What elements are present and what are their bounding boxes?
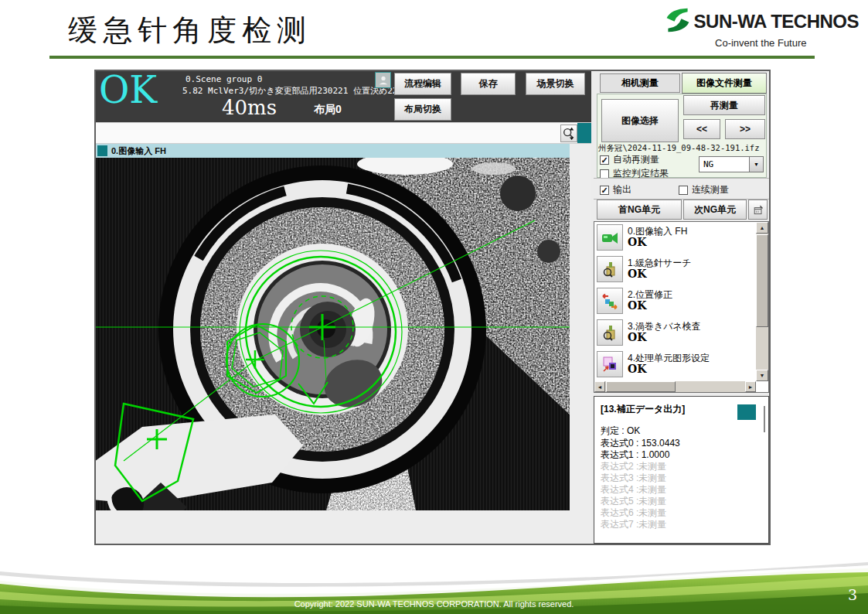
- scroll-left-icon[interactable]: ◄: [594, 381, 605, 392]
- search-icon[interactable]: [597, 256, 623, 282]
- judge-filter-dropdown[interactable]: NG ▼: [699, 156, 764, 172]
- continuous-measure-label: 连续测量: [692, 183, 729, 196]
- output-label: 输出: [613, 183, 631, 196]
- unit-color-chip: [97, 145, 107, 156]
- camera-image-view[interactable]: [96, 158, 570, 510]
- page-title: 缓急针角度检测: [68, 11, 311, 50]
- next-ng-unit-button[interactable]: 次NG单元: [683, 200, 747, 220]
- user-account-button[interactable]: [375, 72, 391, 88]
- detail-accent-chip: [737, 404, 756, 420]
- logo-s-icon: [663, 6, 693, 37]
- search-icon[interactable]: [597, 319, 623, 346]
- next-image-button[interactable]: >>: [725, 119, 765, 139]
- list-item-unit2[interactable]: 2.位置修正 OK: [594, 285, 756, 318]
- output-option-row: ✓ 输出 连续测量: [594, 178, 769, 200]
- tab-camera-measure[interactable]: 相机测量: [600, 73, 680, 93]
- magnifier-icon: [562, 126, 576, 141]
- image-file-path: 州务冠\2024-11-19_09-48-32-191.ifz: [598, 143, 768, 154]
- company-logo: SUN-WA TECHNOS Co-invent the Future: [663, 6, 859, 49]
- shape-setting-icon[interactable]: [597, 351, 623, 377]
- list-item-unit4[interactable]: 4.处理单元图形设定 OK: [594, 349, 756, 381]
- tab-image-file-measure[interactable]: 图像文件测量: [682, 73, 767, 94]
- image-select-button[interactable]: 图像选择: [601, 99, 679, 142]
- title-rule: [49, 56, 815, 59]
- chevron-down-icon[interactable]: ▼: [749, 157, 763, 172]
- continuous-measure-checkbox[interactable]: 连续测量: [679, 183, 729, 196]
- scroll-right-icon[interactable]: ►: [745, 381, 756, 392]
- logo-tagline: Co-invent the Future: [663, 37, 859, 49]
- auto-remeasure-label: 自动再测量: [613, 153, 659, 166]
- checkbox-unchecked-icon: [600, 169, 609, 179]
- image-toolbar: [96, 122, 591, 144]
- logo-name: SUN-WA TECHNOS: [694, 11, 859, 32]
- image-unit-label: 0.图像输入 FH: [111, 145, 166, 157]
- image-unit-titlebar: 0.图像输入 FH: [96, 144, 570, 158]
- image-pane-margin: [570, 144, 591, 510]
- scroll-down-icon[interactable]: ▼: [756, 370, 768, 381]
- flow-edit-button[interactable]: 流程编辑: [394, 73, 451, 95]
- detail-unit-title: [13.補正データ出力]: [601, 403, 685, 416]
- clear-window-button[interactable]: [748, 200, 768, 220]
- list-item-unit3[interactable]: 3.渦巻きバネ検査 OK: [594, 317, 756, 350]
- processing-time: 40ms: [222, 96, 277, 119]
- layout-label: 布局0: [314, 103, 342, 117]
- auto-remeasure-checkbox[interactable]: ✓ 自动再测量: [600, 153, 659, 166]
- slide: 缓急针角度检测 SUN-WA TECHNOS Co-invent the Fut…: [0, 0, 868, 614]
- user-icon: [378, 75, 389, 86]
- save-button[interactable]: 保存: [461, 73, 516, 95]
- image-pane-bottom: [96, 510, 591, 544]
- unit-list-vscrollbar[interactable]: ▲ ▼: [756, 222, 768, 381]
- position-correction-icon[interactable]: [597, 288, 623, 314]
- judgement-line: 判定 : OK: [601, 425, 640, 438]
- list-item-unit1[interactable]: 1.緩急針サーチ OK: [594, 254, 756, 286]
- zoom-control-button[interactable]: [560, 125, 577, 142]
- clipboard-icon: [752, 203, 764, 216]
- detail-scrollbar[interactable]: [764, 406, 765, 432]
- status-topbar: OK 0.Scene group 0 5.82 MclVer3/切かき変更部品用…: [96, 71, 591, 122]
- list-item-unit0[interactable]: 0.图像输入 FH OK: [594, 222, 756, 254]
- remeasure-button[interactable]: 再测量: [683, 95, 765, 115]
- checkbox-checked-icon: ✓: [600, 186, 609, 195]
- unit-detail-panel: [13.補正データ出力] 判定 : OK 表达式0 : 153.0443 表达式…: [594, 396, 769, 544]
- unit-flow-list: 0.图像输入 FH OK 1.緩急針サーチ OK 2.位置修正 OK: [594, 221, 769, 393]
- checkbox-unchecked-icon: [679, 186, 688, 195]
- output-checkbox[interactable]: ✓ 输出: [600, 183, 631, 196]
- first-ng-unit-button[interactable]: 首NG单元: [597, 200, 682, 220]
- scroll-up-icon[interactable]: ▲: [756, 222, 768, 234]
- checkbox-checked-icon: ✓: [600, 155, 609, 165]
- page-number: 3: [848, 586, 857, 603]
- expression7-line: 表达式7 :未测量: [601, 518, 666, 531]
- measurement-panel: 相机测量 图像文件测量 图像选择 再测量 << >> 州务冠\2024-11-1…: [594, 71, 769, 544]
- camera-icon[interactable]: [597, 224, 623, 251]
- judge-filter-value: NG: [703, 159, 713, 169]
- overall-judgement: OK: [99, 68, 157, 111]
- scene-switch-button[interactable]: 场景切换: [526, 73, 585, 95]
- toolbar-accent: [577, 123, 591, 143]
- unit-list-hscrollbar[interactable]: ◄ ►: [594, 381, 756, 392]
- copyright-text: Copyright: 2022 SUN-WA TECHNOS CORPORATI…: [0, 599, 868, 609]
- vision-app-window: OK 0.Scene group 0 5.82 MclVer3/切かき変更部品用…: [94, 70, 771, 545]
- prev-image-button[interactable]: <<: [683, 119, 720, 139]
- scene-group-label: 0.Scene group 0: [186, 74, 262, 84]
- layout-switch-button[interactable]: 布局切换: [394, 98, 451, 121]
